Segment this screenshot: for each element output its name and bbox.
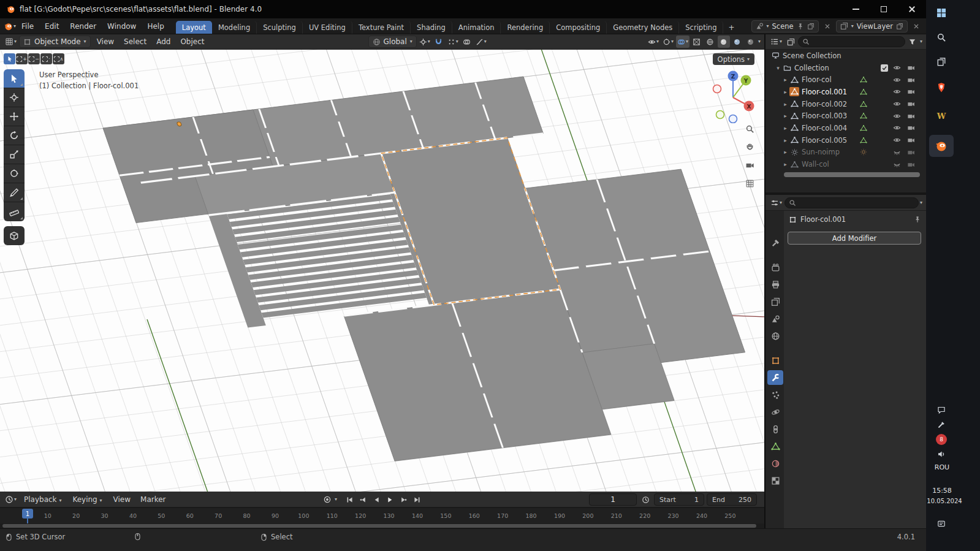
xray-toggle[interactable] [691,36,703,48]
expand-icon[interactable]: ▸ [781,161,789,167]
camera-visibility-icon[interactable] [907,64,915,72]
eye-icon[interactable] [893,100,901,108]
outliner-search-input[interactable] [798,36,905,47]
transform-orientation-dropdown[interactable]: Global ▾ [368,36,417,48]
camera-visibility-icon[interactable] [907,112,915,120]
select-mode-extend[interactable]: + [16,53,28,64]
overlays-dropdown[interactable]: ▾ [676,36,689,48]
shading-wireframe-button[interactable] [704,36,716,48]
play-reverse-button[interactable] [370,493,382,506]
properties-tab-data[interactable] [767,439,783,454]
shading-options-chevron-icon[interactable]: ▾ [758,39,761,44]
workspace-tab-uv-editing[interactable]: UV Editing [303,21,352,34]
scale-tool[interactable] [4,145,25,164]
properties-options-chevron-icon[interactable]: ▾ [920,200,922,205]
properties-search-input[interactable] [784,197,919,208]
select-box-tool[interactable] [4,69,25,88]
shading-rendered-button[interactable] [745,36,757,48]
options-button[interactable]: Options ▾ [713,53,754,65]
timeline-ruler[interactable]: 1020304050607080901001101201301401501601… [0,507,764,523]
expand-icon[interactable]: ▸ [781,149,789,155]
prev-keyframe-button[interactable] [357,493,369,506]
outliner-display-mode-button[interactable] [784,36,797,48]
workspace-tab-geometry-nodes[interactable]: Geometry Nodes [607,21,679,34]
properties-tab-tool[interactable] [767,235,783,250]
new-scene-icon[interactable] [807,23,815,30]
eye-icon[interactable] [893,88,901,96]
clock-time[interactable]: 15:58 [926,487,958,495]
viewport-canvas[interactable]: User Perspective (1) Collection | Floor-… [0,50,764,492]
select-mode-new[interactable] [4,53,15,64]
outliner-options-chevron-icon[interactable]: ▾ [920,39,922,44]
menu-help[interactable]: Help [142,20,169,33]
close-button[interactable] [898,0,926,18]
properties-tab-object[interactable] [767,353,783,368]
tray-brush-icon[interactable] [933,417,949,433]
viewport-menu-select[interactable]: Select [119,36,151,48]
tray-red-app-icon[interactable]: 8 [933,431,949,447]
tray-volume-icon[interactable] [933,446,949,462]
cursor-tool[interactable] [4,88,25,107]
shading-material-button[interactable] [731,36,743,48]
editor-type-button[interactable]: ▾ [4,36,18,48]
add-cube-tool[interactable] [4,226,25,245]
notification-center-button[interactable] [933,516,949,532]
scene-selector[interactable]: ▾ Scene [751,20,819,32]
auto-key-button[interactable] [321,493,333,506]
jump-start-button[interactable] [343,493,355,506]
windows-start-button[interactable] [933,5,949,21]
properties-tab-view-layer[interactable] [767,294,783,309]
start-frame-field[interactable]: Start 1 [654,493,704,506]
select-mode-subtract[interactable]: − [28,53,40,64]
end-frame-field[interactable]: End 250 [707,493,757,506]
camera-visibility-icon[interactable] [907,100,915,108]
camera-visibility-icon[interactable] [907,88,915,96]
timeline-menu-marker[interactable]: Marker [135,493,170,506]
rotate-tool[interactable] [4,126,25,145]
expand-icon[interactable]: ▸ [781,113,789,119]
proportional-editing-toggle[interactable] [461,36,473,48]
expand-icon[interactable]: ▸ [781,77,789,83]
language-indicator[interactable]: ROU [926,463,958,471]
menu-render[interactable]: Render [64,20,102,33]
viewport-menu-add[interactable]: Add [151,36,175,48]
eye-icon[interactable] [893,136,901,144]
viewlayer-selector[interactable]: ▾ ViewLayer [836,20,908,32]
pin-icon[interactable] [914,216,921,223]
outliner-row-floor-col-002[interactable]: ▸Floor-col.002 [765,98,926,110]
navigation-gizmo[interactable]: Z Y X [705,67,761,123]
menu-edit[interactable]: Edit [39,20,64,33]
camera-visibility-icon[interactable] [907,76,915,84]
task-view-button[interactable] [933,54,949,70]
add-modifier-button[interactable]: Add Modifier [788,232,921,245]
zoom-tool-icon[interactable] [743,123,756,135]
outliner-row-collection[interactable]: ▾Collection [765,62,926,74]
workspace-tab-scripting[interactable]: Scripting [679,21,723,34]
properties-editor-type-button[interactable]: ▾ [769,197,783,209]
snap-settings-dropdown[interactable]: ▾ [446,36,460,48]
outliner-row-floor-col-005[interactable]: ▸Floor-col.005 [765,134,926,146]
selectability-dropdown[interactable]: ▾ [647,36,660,48]
add-workspace-button[interactable]: + [723,21,739,34]
clock-date[interactable]: 10.05.2024 [926,498,963,504]
snap-toggle[interactable] [433,36,445,48]
outliner-row-scene-collection[interactable]: Scene Collection [765,50,926,62]
gizmo-negative-y-ball[interactable] [716,111,724,119]
timeline-scrollbar-thumb[interactable] [2,524,756,528]
eye-icon[interactable] [893,112,901,120]
camera-visibility-icon[interactable] [907,124,915,132]
properties-tab-constraints[interactable] [767,422,783,436]
properties-tab-modifiers[interactable] [767,370,783,385]
next-keyframe-button[interactable] [397,493,409,506]
outliner-row-sun-noimp[interactable]: ▸Sun-noimp [765,146,926,159]
workspace-tab-sculpting[interactable]: Sculpting [257,21,303,34]
pivot-point-dropdown[interactable]: ▾ [418,36,431,48]
eye-closed-icon[interactable] [893,148,901,156]
workspace-tab-animation[interactable]: Animation [452,21,501,34]
camera-view-icon[interactable] [743,159,756,171]
playhead[interactable]: 1 [22,509,33,519]
workspace-tab-rendering[interactable]: Rendering [501,21,550,34]
gizmo-negative-z-ball[interactable] [729,115,737,123]
properties-tab-texture[interactable] [767,473,783,488]
scene-pin-icon[interactable] [797,23,804,30]
